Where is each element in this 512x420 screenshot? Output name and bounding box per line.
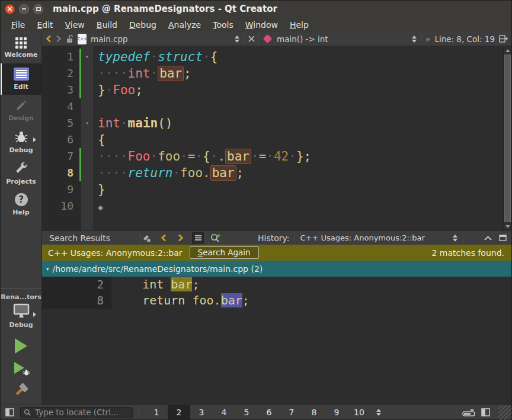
close-document-icon[interactable]: [248, 36, 255, 42]
symbol-toolbar: main() -> int » Line: 8, Col: 19: [259, 32, 511, 46]
build-progress-icon[interactable]: [462, 409, 475, 416]
sidebar-item-welcome[interactable]: Welcome: [1, 32, 41, 63]
close-window-button[interactable]: ×: [5, 4, 15, 14]
menu-build[interactable]: Build: [91, 19, 123, 31]
toolbar-overflow-icon[interactable]: »: [425, 34, 431, 44]
sidebar-item-projects[interactable]: Projects: [1, 158, 41, 189]
search-history-dropdown[interactable]: C++ Usages: Anonymous:2::bar: [295, 231, 463, 245]
result-file-header[interactable]: ▾ /home/andre/src/RenameDesignators/main…: [42, 261, 511, 277]
collapse-panel-icon[interactable]: [484, 236, 492, 241]
code-line[interactable]: 7····Foo·foo·=·{·.bar·=·42·};: [42, 148, 511, 165]
code-text[interactable]: ····int·bar;: [93, 65, 511, 82]
fold-marker-icon[interactable]: ▾: [81, 49, 93, 65]
forward-icon[interactable]: [56, 35, 62, 43]
menu-analyze[interactable]: Analyze: [162, 19, 207, 31]
current-symbol[interactable]: main() -> int: [277, 34, 328, 44]
menu-window[interactable]: Window: [239, 19, 284, 31]
clear-results-button[interactable]: [140, 232, 152, 244]
code-text[interactable]: }: [93, 181, 511, 198]
chevron-right-icon: [178, 234, 184, 242]
document-dropdown-icon[interactable]: [235, 36, 239, 43]
fold-margin: [81, 82, 93, 98]
maximize-panel-icon[interactable]: [499, 235, 507, 241]
fold-marker-icon[interactable]: ▾: [81, 115, 93, 132]
code-text[interactable]: typedef·struct·{: [93, 49, 511, 65]
code-line[interactable]: 2····int·bar;: [42, 65, 511, 82]
sidebar-item-edit[interactable]: Edit: [1, 63, 41, 95]
code-text[interactable]: [93, 98, 511, 115]
editor-scrollbar[interactable]: [503, 46, 511, 230]
lock-icon[interactable]: [66, 35, 73, 43]
expand-all-button[interactable]: [192, 232, 204, 244]
output-pane-button-6[interactable]: 6: [258, 405, 280, 420]
menu-tools[interactable]: Tools: [207, 19, 239, 31]
next-result-button[interactable]: [175, 232, 187, 244]
debug-run-button[interactable]: [11, 359, 32, 377]
qt-creator-window: × main.cpp @ RenameDesignators - Qt Crea…: [0, 0, 512, 420]
code-text[interactable]: {: [93, 132, 511, 148]
sidebar-item-help[interactable]: ? Help: [1, 189, 41, 220]
kit-selector[interactable]: Rena...tors Debug: [1, 293, 41, 329]
fold-margin: [81, 132, 93, 148]
code-line[interactable]: 8····return·foo.bar;: [42, 165, 511, 181]
output-pane-button-7[interactable]: 7: [280, 405, 303, 420]
new-search-button[interactable]: [209, 232, 221, 244]
menu-debug[interactable]: Debug: [123, 19, 162, 31]
menu-file[interactable]: File: [5, 19, 31, 31]
clean-icon: [142, 234, 151, 242]
output-pane-button-4[interactable]: 4: [213, 405, 235, 420]
output-pane-button-1[interactable]: 1: [145, 405, 168, 420]
scroll-up-icon[interactable]: [504, 46, 511, 54]
toggle-left-sidebar-icon[interactable]: [5, 408, 14, 416]
fold-margin: [81, 65, 93, 82]
code-line[interactable]: 3}·Foo;: [42, 82, 511, 98]
output-pane-button-5[interactable]: 5: [235, 405, 258, 420]
search-result-list: 2 int bar;8 return foo.bar;: [42, 277, 511, 309]
code-text[interactable]: int·main(): [93, 115, 511, 132]
previous-result-button[interactable]: [158, 232, 169, 244]
hammer-icon: [13, 381, 30, 398]
code-line[interactable]: 9}: [42, 181, 511, 198]
code-editor[interactable]: 1▾typedef·struct·{2····int·bar;3}·Foo;45…: [42, 46, 511, 230]
search-again-button[interactable]: Search Again: [190, 246, 259, 259]
menu-edit[interactable]: Edit: [31, 19, 59, 31]
code-line[interactable]: 1▾typedef·struct·{: [42, 49, 511, 65]
minimize-window-button[interactable]: [19, 4, 29, 14]
code-text[interactable]: }·Foo;: [93, 82, 511, 98]
menu-help[interactable]: Help: [284, 19, 315, 31]
run-button[interactable]: [11, 337, 32, 355]
sidebar-item-label: Debug: [9, 146, 33, 154]
code-text[interactable]: ◆: [93, 198, 511, 214]
panes-overflow-icon[interactable]: [376, 409, 381, 416]
code-line[interactable]: 4: [42, 98, 511, 115]
code-line[interactable]: 6{: [42, 132, 511, 148]
window-title: main.cpp @ RenameDesignators - Qt Creato…: [53, 4, 277, 14]
search-result-row[interactable]: 2 int bar;: [42, 277, 511, 293]
split-editor-icon[interactable]: [499, 35, 508, 43]
code-line[interactable]: 10◆: [42, 198, 511, 214]
sidebar-item-debug[interactable]: Debug: [1, 126, 41, 158]
toggle-right-sidebar-icon[interactable]: [481, 408, 490, 416]
build-button[interactable]: [11, 381, 32, 399]
titlebar[interactable]: × main.cpp @ RenameDesignators - Qt Crea…: [1, 1, 511, 17]
back-icon[interactable]: [46, 35, 52, 43]
code-text[interactable]: ····return·foo.bar;: [93, 165, 511, 181]
output-pane-button-2[interactable]: 2: [168, 405, 190, 420]
symbol-dropdown-icon[interactable]: [412, 36, 417, 43]
search-result-row[interactable]: 8 return foo.bar;: [42, 293, 511, 309]
code-line[interactable]: 5▾int·main(): [42, 115, 511, 132]
maximize-window-button[interactable]: [33, 4, 43, 14]
output-pane-button-8[interactable]: 8: [303, 405, 325, 420]
open-document-name[interactable]: main.cpp: [91, 34, 128, 44]
search-scope-label: C++ Usages: Anonymous:2::bar: [48, 248, 183, 258]
scroll-down-icon[interactable]: [504, 222, 511, 230]
output-pane-button-3[interactable]: 3: [190, 405, 213, 420]
resize-grip[interactable]: [498, 405, 511, 420]
collapse-arrow-icon[interactable]: ▾: [46, 266, 49, 272]
output-pane-button-9[interactable]: 9: [325, 405, 348, 420]
scrollbar-thumb[interactable]: [504, 54, 511, 222]
output-pane-button-10[interactable]: 10: [348, 405, 370, 420]
code-text[interactable]: ····Foo·foo·=·{·.bar·=·42·};: [93, 148, 511, 165]
menu-view[interactable]: View: [59, 19, 91, 31]
locator-input[interactable]: [20, 407, 133, 418]
